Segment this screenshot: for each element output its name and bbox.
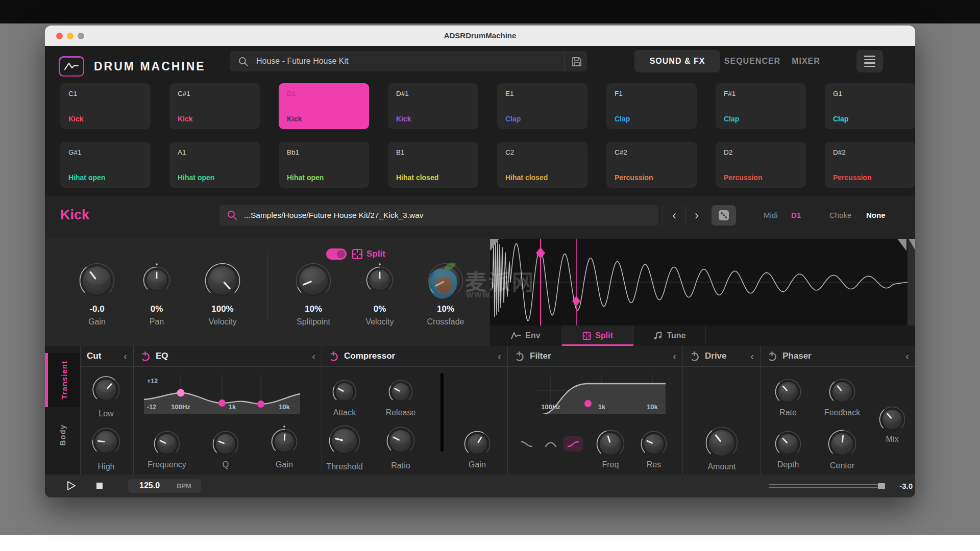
- pad-ds2[interactable]: D#2Percussion: [825, 142, 915, 188]
- hamburger-menu-icon[interactable]: [856, 50, 883, 72]
- knob-ratio[interactable]: [386, 426, 415, 458]
- bpm-field[interactable]: 125.0 BPM: [128, 479, 201, 493]
- filter-type-lowpass[interactable]: [517, 436, 536, 452]
- panel-header-compressor: Compressor‹: [322, 346, 507, 367]
- pad-f1[interactable]: F1Clap: [606, 83, 697, 129]
- tab-sequencer[interactable]: SEQUENCER: [724, 50, 781, 72]
- pad-ds1[interactable]: D#1Kick: [388, 83, 478, 129]
- pad-note: D1: [287, 90, 296, 97]
- knob-label: Low: [73, 409, 139, 418]
- power-icon[interactable]: [140, 351, 151, 362]
- knob-attack[interactable]: [332, 379, 357, 407]
- split-toggle[interactable]: [326, 248, 347, 260]
- save-icon[interactable]: [571, 56, 583, 68]
- waveform-right-scrollbar[interactable]: [908, 239, 915, 325]
- knob-q[interactable]: [212, 430, 239, 460]
- power-icon[interactable]: [689, 351, 700, 362]
- pad-d1[interactable]: D1Kick: [279, 83, 369, 129]
- filter-type-bandpass[interactable]: [541, 436, 560, 452]
- pad-g1[interactable]: G1Clap: [825, 83, 915, 129]
- tab-sound-fx[interactable]: SOUND & FX: [634, 50, 720, 72]
- knob-label: Splitpoint: [280, 317, 347, 327]
- kit-search-value[interactable]: House - Future House Kit: [256, 57, 349, 66]
- previous-sample-button[interactable]: ‹: [664, 205, 685, 226]
- random-sample-button[interactable]: [712, 205, 736, 226]
- play-icon[interactable]: [67, 481, 76, 490]
- side-tab-transient[interactable]: Transient: [45, 353, 80, 407]
- knob-feedback[interactable]: [828, 378, 856, 408]
- wave-tab-split[interactable]: Split: [562, 325, 634, 346]
- knob-velocity[interactable]: [204, 262, 241, 301]
- knob-value: 10%: [412, 304, 479, 314]
- kit-search-bar[interactable]: House - Future House Kit: [230, 51, 587, 71]
- knob-freq[interactable]: [596, 429, 625, 461]
- pad-note: G1: [833, 90, 842, 97]
- pad-gs1[interactable]: G#1Hihat open: [60, 142, 151, 188]
- knob-res[interactable]: [640, 430, 668, 460]
- knob-rate[interactable]: [774, 378, 802, 408]
- pad-b1[interactable]: B1Hihat closed: [388, 142, 478, 188]
- power-icon[interactable]: [328, 351, 339, 362]
- pad-note: C1: [68, 90, 77, 97]
- knob-crossfade[interactable]: [427, 262, 464, 301]
- pad-c2[interactable]: C2Hihat closed: [497, 142, 587, 188]
- waveform-display[interactable]: [490, 239, 915, 325]
- pad-note: A1: [178, 148, 186, 156]
- knob-high[interactable]: [91, 427, 121, 459]
- knob-low[interactable]: [92, 375, 120, 406]
- pad-c1[interactable]: C1Kick: [60, 83, 151, 129]
- stop-icon[interactable]: [96, 482, 103, 489]
- filter-type-highpass[interactable]: [564, 436, 583, 452]
- knob-mix[interactable]: [878, 406, 906, 435]
- plugin-content: DRUM MACHINE House - Future House Kit Ki…: [45, 46, 915, 497]
- knob-frequency[interactable]: [153, 430, 181, 460]
- wave-tab-tune[interactable]: Tune: [634, 325, 706, 346]
- pad-cs1[interactable]: C#1Kick: [169, 83, 260, 129]
- collapse-chevron-icon[interactable]: ‹: [673, 351, 676, 361]
- pad-a1[interactable]: A1Hihat open: [169, 142, 260, 188]
- knob-threshold[interactable]: [328, 424, 361, 459]
- knob-pan[interactable]: [142, 261, 171, 296]
- pad-label: Clap: [505, 115, 521, 123]
- panel-header-phaser: Phaser‹: [761, 346, 915, 367]
- knob-splitpoint[interactable]: [295, 262, 332, 301]
- next-sample-button[interactable]: ›: [686, 205, 707, 226]
- knob-amount[interactable]: [705, 426, 739, 462]
- pad-d2[interactable]: D2Percussion: [716, 142, 806, 188]
- choke-value[interactable]: None: [866, 211, 886, 219]
- pad-e1[interactable]: E1Clap: [497, 83, 587, 129]
- pad-label: Kick: [68, 115, 84, 123]
- wave-tab-env[interactable]: Env: [490, 325, 562, 346]
- pad-note: D2: [724, 148, 732, 156]
- knob-gain[interactable]: [79, 262, 115, 301]
- pad-bb1[interactable]: Bb1Hihat open: [279, 142, 369, 188]
- panel-header-cut: Cut‹: [81, 346, 133, 367]
- collapse-chevron-icon[interactable]: ‹: [498, 351, 501, 361]
- sample-path[interactable]: ...Samples/House/Future House Kit/27_Kic…: [244, 211, 424, 220]
- power-icon[interactable]: [767, 351, 777, 362]
- knob-gain[interactable]: [463, 430, 491, 460]
- filter-tick: 10k: [634, 403, 670, 411]
- window-titlebar[interactable]: ADSRDrumMachine: [45, 26, 915, 46]
- knob-value: 100%: [189, 304, 256, 314]
- knob-gain[interactable]: [271, 423, 298, 458]
- waveform-plot[interactable]: [490, 239, 915, 325]
- knob-value: 10%: [280, 304, 347, 314]
- pad-cs2[interactable]: C#2Percussion: [606, 142, 697, 188]
- collapse-chevron-icon[interactable]: ‹: [312, 351, 315, 361]
- tab-mixer[interactable]: MIXER: [786, 50, 826, 72]
- collapse-chevron-icon[interactable]: ‹: [124, 351, 127, 361]
- knob-center[interactable]: [827, 429, 857, 461]
- knob-release[interactable]: [388, 379, 413, 407]
- knob-depth[interactable]: [774, 430, 802, 460]
- eq-band-handle: [177, 389, 185, 397]
- power-icon[interactable]: [514, 351, 525, 362]
- pad-fs1[interactable]: F#1Clap: [716, 83, 806, 129]
- pad-note: B1: [396, 148, 405, 156]
- bpm-value[interactable]: 125.0: [139, 481, 160, 490]
- midi-value[interactable]: D1: [791, 211, 801, 219]
- collapse-chevron-icon[interactable]: ‹: [905, 351, 909, 361]
- knob-velocity[interactable]: [365, 261, 394, 296]
- collapse-chevron-icon[interactable]: ‹: [750, 351, 754, 361]
- sample-search-bar[interactable]: ...Samples/House/Future House Kit/27_Kic…: [219, 205, 658, 226]
